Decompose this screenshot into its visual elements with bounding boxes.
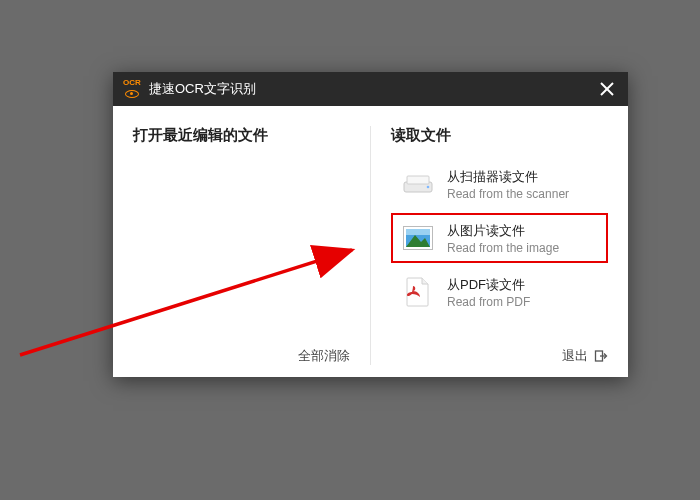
pdf-icon xyxy=(401,275,435,309)
option-title: 从PDF读文件 xyxy=(447,276,530,294)
scanner-icon xyxy=(401,167,435,201)
svg-rect-3 xyxy=(407,176,429,184)
exit-link[interactable]: 退出 xyxy=(562,347,588,365)
close-button[interactable] xyxy=(592,74,622,104)
option-text: 从PDF读文件 Read from PDF xyxy=(447,276,530,309)
option-text: 从图片读文件 Read from the image xyxy=(447,222,559,255)
svg-rect-8 xyxy=(406,229,430,235)
clear-all-link[interactable]: 全部消除 xyxy=(298,347,350,365)
recent-files-panel: 打开最近编辑的文件 全部消除 xyxy=(133,126,370,365)
dialog-body: 打开最近编辑的文件 全部消除 读取文件 从扫描器读文件 Read from th xyxy=(113,106,628,377)
option-subtitle: Read from PDF xyxy=(447,295,530,309)
option-read-from-scanner[interactable]: 从扫描器读文件 Read from the scanner xyxy=(391,159,608,209)
close-icon xyxy=(600,82,614,96)
titlebar: OCR 捷速OCR文字识别 xyxy=(113,72,628,106)
image-icon xyxy=(401,221,435,255)
recent-files-header: 打开最近编辑的文件 xyxy=(133,126,350,145)
option-subtitle: Read from the image xyxy=(447,241,559,255)
option-title: 从扫描器读文件 xyxy=(447,168,569,186)
option-read-from-image[interactable]: 从图片读文件 Read from the image xyxy=(391,213,608,263)
exit-icon xyxy=(594,349,608,363)
option-title: 从图片读文件 xyxy=(447,222,559,240)
read-file-panel: 读取文件 从扫描器读文件 Read from the scanner xyxy=(370,126,608,365)
app-ocr-icon: OCR xyxy=(121,78,143,100)
svg-point-4 xyxy=(427,186,430,189)
option-text: 从扫描器读文件 Read from the scanner xyxy=(447,168,569,201)
ocr-start-dialog: OCR 捷速OCR文字识别 打开最近编辑的文件 全部消除 读取文件 xyxy=(113,72,628,377)
option-subtitle: Read from the scanner xyxy=(447,187,569,201)
app-title: 捷速OCR文字识别 xyxy=(149,80,592,98)
read-file-header: 读取文件 xyxy=(391,126,608,145)
option-read-from-pdf[interactable]: 从PDF读文件 Read from PDF xyxy=(391,267,608,317)
